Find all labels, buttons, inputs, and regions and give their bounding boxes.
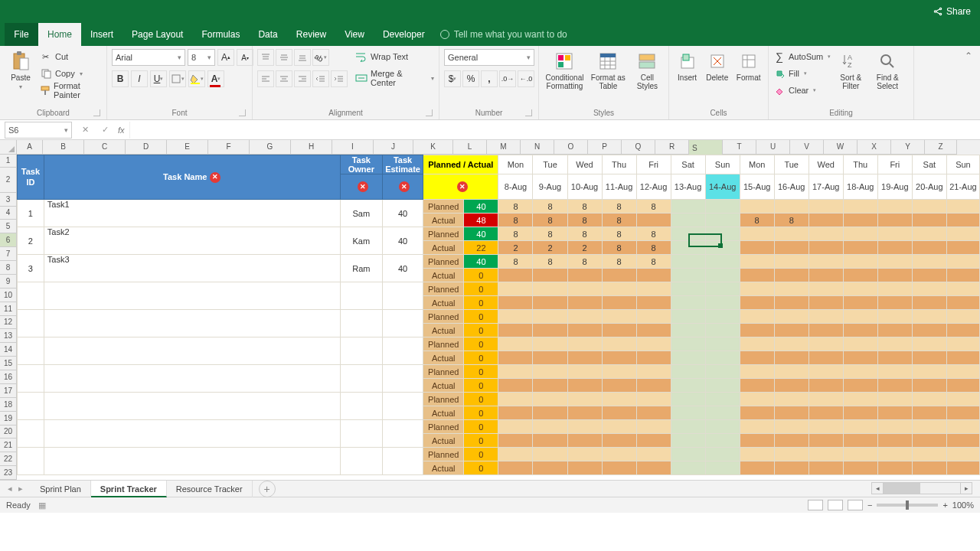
align-left-button[interactable] (257, 70, 274, 87)
row-headers[interactable]: 1234567891011121314151617181920212223 (0, 155, 17, 480)
find-select-button[interactable]: Find & Select (871, 49, 904, 90)
menu-home[interactable]: Home (38, 23, 81, 46)
sheet-tab-resource-tracker[interactable]: Resource Tracker (167, 481, 253, 497)
scroll-track[interactable] (884, 482, 960, 494)
row-header-13[interactable]: 13 (0, 329, 17, 343)
zoom-out-button[interactable]: − (867, 500, 872, 510)
font-size-select[interactable]: 8▾ (188, 49, 215, 66)
font-name-select[interactable]: Arial▾ (112, 49, 185, 66)
decrease-indent-button[interactable] (312, 70, 329, 87)
sheet-tab-sprint-tracker[interactable]: Sprint Tracker (91, 481, 167, 497)
row-header-1[interactable]: 1 (0, 155, 17, 168)
row-header-9[interactable]: 9 (0, 275, 17, 289)
conditional-formatting-button[interactable]: Conditional Formatting (544, 49, 586, 90)
row-header-22[interactable]: 22 (0, 452, 17, 466)
row-header-12[interactable]: 12 (0, 316, 17, 330)
col-header-F[interactable]: F (208, 140, 250, 155)
tab-nav-last-icon[interactable]: ▸ (18, 484, 23, 494)
increase-indent-button[interactable] (331, 70, 348, 87)
sheet-tab-sprint-plan[interactable]: Sprint Plan (31, 481, 91, 497)
cells-area[interactable]: TaskIDTask NameTaskOwnerTaskEstimatePlan… (17, 155, 980, 480)
row-header-3[interactable]: 3 (0, 193, 17, 207)
col-header-X[interactable]: X (858, 140, 891, 155)
col-header-V[interactable]: V (790, 140, 824, 155)
zoom-slider[interactable] (877, 504, 938, 507)
scroll-right-icon[interactable]: ▸ (960, 482, 972, 494)
view-normal-button[interactable] (808, 500, 823, 510)
menu-developer[interactable]: Developer (374, 23, 434, 46)
new-sheet-button[interactable]: + (259, 481, 276, 497)
align-middle-button[interactable] (276, 49, 292, 66)
row-header-20[interactable]: 20 (0, 425, 17, 439)
row-header-18[interactable]: 18 (0, 398, 17, 412)
row-header-21[interactable]: 21 (0, 439, 17, 452)
col-header-A[interactable]: A (17, 140, 43, 155)
enter-formula-icon[interactable]: ✓ (98, 125, 112, 135)
increase-decimal-button[interactable]: .0→ (499, 70, 516, 87)
macro-record-icon[interactable]: ▦ (38, 500, 46, 510)
clear-button[interactable]: Clear▾ (773, 83, 831, 98)
col-header-T[interactable]: T (723, 140, 756, 155)
orientation-button[interactable]: ab▾ (312, 49, 329, 66)
font-color-button[interactable]: A▾ (207, 70, 224, 87)
row-header-8[interactable]: 8 (0, 261, 17, 275)
fx-label[interactable]: fx (118, 126, 125, 135)
copy-button[interactable]: Copy▾ (40, 66, 102, 81)
col-header-J[interactable]: J (374, 140, 413, 155)
col-header-W[interactable]: W (824, 140, 858, 155)
fill-color-button[interactable]: ▾ (188, 70, 205, 87)
cut-button[interactable]: ✂Cut (40, 49, 102, 64)
format-button[interactable]: Format (733, 49, 763, 82)
bold-button[interactable]: B (112, 70, 129, 87)
col-header-U[interactable]: U (756, 140, 790, 155)
col-header-Z[interactable]: Z (925, 140, 957, 155)
row-header-16[interactable]: 16 (0, 370, 17, 384)
row-header-14[interactable]: 14 (0, 343, 17, 357)
row-header-6[interactable]: 6 (0, 233, 17, 247)
col-header-K[interactable]: K (413, 140, 453, 155)
scroll-thumb[interactable] (884, 483, 920, 494)
sort-filter-button[interactable]: AZSort & Filter (834, 49, 867, 90)
underline-button[interactable]: U▾ (150, 70, 167, 87)
row-header-7[interactable]: 7 (0, 247, 17, 261)
italic-button[interactable]: I (131, 70, 148, 87)
tell-me[interactable]: Tell me what you want to do (440, 29, 567, 40)
shrink-font-button[interactable]: A▾ (237, 49, 253, 66)
col-header-O[interactable]: O (554, 140, 588, 155)
border-button[interactable]: ▾ (169, 70, 186, 87)
menu-data[interactable]: Data (249, 23, 286, 46)
align-center-button[interactable] (276, 70, 292, 87)
zoom-level[interactable]: 100% (952, 500, 974, 510)
formula-bar[interactable] (129, 122, 980, 139)
insert-button[interactable]: Insert (674, 49, 701, 82)
menu-insert[interactable]: Insert (81, 23, 122, 46)
col-header-Q[interactable]: Q (622, 140, 655, 155)
decrease-decimal-button[interactable]: ←.0 (518, 70, 534, 87)
merge-center-button[interactable]: Merge & Center▾ (355, 70, 434, 86)
col-header-H[interactable]: H (291, 140, 332, 155)
name-box[interactable]: S6▾ (5, 122, 72, 139)
ribbon-collapse-icon[interactable]: ⌃ (965, 51, 975, 61)
menu-pagelayout[interactable]: Page Layout (122, 23, 192, 46)
row-header-10[interactable]: 10 (0, 289, 17, 302)
col-header-N[interactable]: N (521, 140, 554, 155)
row-header-4[interactable]: 4 (0, 207, 17, 220)
tab-nav-first-icon[interactable]: ◂ (8, 484, 12, 494)
row-header-2[interactable]: 2 (0, 168, 17, 193)
col-header-M[interactable]: M (487, 140, 521, 155)
column-headers[interactable]: ABCDEFGHIJKLMNOPQRSTUVWXYZ (0, 140, 980, 155)
autosum-button[interactable]: ∑AutoSum▾ (773, 49, 831, 64)
align-right-button[interactable] (294, 70, 311, 87)
currency-button[interactable]: $▾ (444, 70, 461, 87)
percent-button[interactable]: % (462, 70, 479, 87)
col-header-R[interactable]: R (655, 140, 689, 155)
col-header-B[interactable]: B (43, 140, 84, 155)
col-header-C[interactable]: C (84, 140, 126, 155)
menu-formulas[interactable]: Formulas (192, 23, 249, 46)
view-pagelayout-button[interactable] (828, 500, 843, 510)
col-header-G[interactable]: G (250, 140, 291, 155)
menu-file[interactable]: File (5, 23, 38, 46)
share-button[interactable]: Share (933, 6, 971, 17)
select-all-corner[interactable] (0, 140, 17, 155)
scroll-left-icon[interactable]: ◂ (871, 482, 884, 494)
